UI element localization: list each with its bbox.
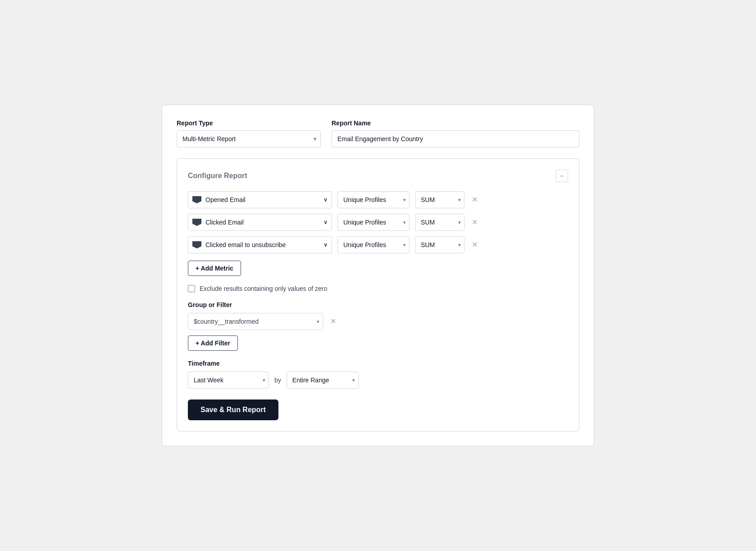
metric-1-sum-wrapper: SUM ▾: [415, 191, 465, 208]
timeframe-select-wrapper: Last Week Last Month Last 30 Days Last Y…: [188, 372, 269, 389]
report-type-select-wrapper: Multi-Metric Report ▾: [177, 130, 321, 147]
by-label: by: [274, 377, 281, 384]
page-container: Report Type Multi-Metric Report ▾ Report…: [162, 105, 594, 446]
timeframe-label: Timeframe: [188, 360, 568, 367]
group-filter-section: Group or Filter $country__transformed ▾ …: [188, 301, 568, 360]
metric-2-profile-wrapper: Unique Profiles ▾: [337, 214, 410, 231]
collapse-button[interactable]: −: [556, 170, 568, 182]
metric-2-sum-select[interactable]: SUM: [415, 214, 465, 231]
filter-select-wrapper: $country__transformed ▾: [188, 313, 323, 330]
metric-3-profile-wrapper: Unique Profiles ▾: [337, 236, 410, 253]
timeframe-section: Timeframe Last Week Last Month Last 30 D…: [188, 360, 568, 389]
exclude-zero-label: Exclude results containing only values o…: [200, 285, 327, 292]
metric-2-profile-select[interactable]: Unique Profiles: [337, 214, 410, 231]
metrics-list: Opened Email ∨ Unique Profiles ▾ SUM ▾: [188, 191, 568, 253]
metric-2-select-wrapper: Clicked Email ∨: [188, 214, 332, 231]
metric-1-sum-select[interactable]: SUM: [415, 191, 465, 208]
metric-1-profile-select[interactable]: Unique Profiles: [337, 191, 410, 208]
metric-1-select-wrapper: Opened Email ∨: [188, 191, 332, 208]
metric-2-select[interactable]: Clicked Email: [188, 214, 332, 231]
metric-3-sum-select[interactable]: SUM: [415, 236, 465, 253]
report-type-label: Report Type: [177, 119, 321, 127]
exclude-zero-row: Exclude results containing only values o…: [188, 285, 568, 292]
report-type-select[interactable]: Multi-Metric Report: [177, 130, 321, 147]
metric-1-close-icon: ✕: [472, 196, 478, 203]
metric-3-profile-select[interactable]: Unique Profiles: [337, 236, 410, 253]
exclude-zero-checkbox[interactable]: [188, 285, 195, 292]
configure-section: Configure Report − Opened Email ∨ Unique…: [177, 158, 579, 432]
filter-remove-button[interactable]: ✕: [328, 316, 338, 327]
group-filter-label: Group or Filter: [188, 301, 568, 308]
configure-header: Configure Report −: [188, 170, 568, 182]
metric-row: Clicked email to unsubscribe ∨ Unique Pr…: [188, 236, 568, 253]
metric-3-remove-button[interactable]: ✕: [470, 239, 479, 250]
metric-row: Clicked Email ∨ Unique Profiles ▾ SUM ▾: [188, 214, 568, 231]
metric-3-select[interactable]: Clicked email to unsubscribe: [188, 236, 332, 253]
add-filter-button[interactable]: + Add Filter: [188, 335, 238, 351]
configure-title: Configure Report: [188, 172, 247, 180]
range-select-wrapper: Entire Range Daily Weekly Monthly ▾: [287, 372, 359, 389]
add-metric-button[interactable]: + Add Metric: [188, 261, 241, 276]
report-name-group: Report Name: [332, 119, 579, 147]
metric-1-select[interactable]: Opened Email: [188, 191, 332, 208]
timeframe-select[interactable]: Last Week Last Month Last 30 Days Last Y…: [188, 372, 269, 389]
metric-2-close-icon: ✕: [472, 219, 478, 226]
filter-close-icon: ✕: [330, 318, 336, 325]
filter-select[interactable]: $country__transformed: [188, 313, 323, 330]
metric-row: Opened Email ∨ Unique Profiles ▾ SUM ▾: [188, 191, 568, 208]
metric-3-close-icon: ✕: [472, 241, 478, 248]
top-fields: Report Type Multi-Metric Report ▾ Report…: [177, 119, 579, 147]
metric-1-remove-button[interactable]: ✕: [470, 194, 479, 205]
metric-2-remove-button[interactable]: ✕: [470, 217, 479, 228]
filter-row: $country__transformed ▾ ✕: [188, 313, 568, 330]
metric-3-sum-wrapper: SUM ▾: [415, 236, 465, 253]
save-run-button[interactable]: Save & Run Report: [188, 399, 278, 420]
range-select[interactable]: Entire Range Daily Weekly Monthly: [287, 372, 359, 389]
metric-3-select-wrapper: Clicked email to unsubscribe ∨: [188, 236, 332, 253]
metric-1-profile-wrapper: Unique Profiles ▾: [337, 191, 410, 208]
report-type-group: Report Type Multi-Metric Report ▾: [177, 119, 321, 147]
report-name-input[interactable]: [332, 130, 579, 147]
metric-2-sum-wrapper: SUM ▾: [415, 214, 465, 231]
report-name-label: Report Name: [332, 119, 579, 127]
timeframe-row: Last Week Last Month Last 30 Days Last Y…: [188, 372, 568, 389]
